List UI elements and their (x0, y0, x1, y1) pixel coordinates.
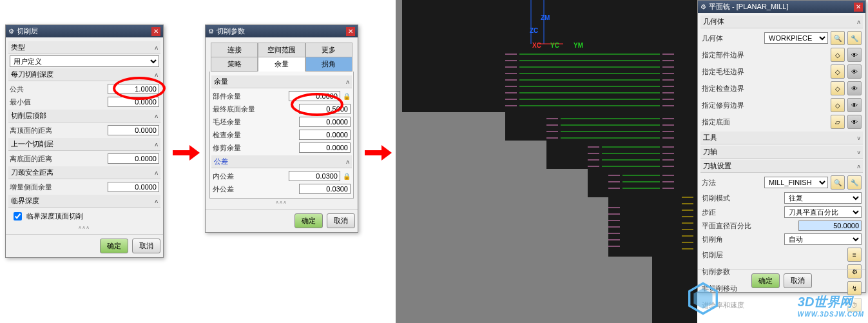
gear-icon: ⚙ (208, 28, 214, 35)
critical-label: 临界深度顶面切削 (26, 211, 83, 221)
part-label: 部件余量 (213, 92, 286, 101)
cancel-button[interactable]: 取消 (132, 239, 160, 253)
section-path[interactable]: 刀轨设置ᴧ (700, 160, 863, 173)
sidemargin-input[interactable] (108, 182, 159, 192)
title: 切削参数 (217, 26, 346, 36)
close-icon[interactable]: ✕ (151, 27, 160, 36)
botdist-label: 离底面的距离 (10, 154, 105, 164)
watermark-url: WWW.3DSJW.COM (798, 311, 864, 318)
show-icon[interactable]: 👁 (847, 48, 862, 62)
ok-button[interactable]: 确定 (294, 213, 323, 228)
tab-strategy[interactable]: 策略 (211, 57, 258, 72)
outtol-label: 外公差 (213, 184, 296, 194)
chevron-up-icon: ᴧ (155, 44, 158, 51)
collapse-icon[interactable]: ᴧᴧᴧ (10, 224, 159, 231)
chevron-up-icon: ᴧ (155, 113, 158, 119)
section-neck[interactable]: 刀颈安全距离ᴧ (8, 166, 160, 179)
arrow-2 (365, 145, 393, 161)
critical-checkbox[interactable] (14, 212, 22, 220)
tab-more[interactable]: 更多 (305, 43, 352, 57)
partb-label: 指定部件边界 (702, 50, 828, 60)
trimb-label: 指定修剪边界 (702, 101, 828, 110)
titlebar[interactable]: ⚙ 平面铣 - [PLANAR_MILL] ✕ (698, 1, 865, 13)
boundary-icon[interactable]: ◇ (831, 98, 845, 112)
chevron-up-icon: ᴧ (155, 72, 158, 78)
titlebar[interactable]: ⚙ 切削参数 ✕ (206, 25, 358, 37)
collapse-icon[interactable]: ᴧᴧᴧ (209, 199, 354, 206)
final-input[interactable] (299, 104, 351, 114)
min-input[interactable] (108, 97, 159, 107)
boundary-icon[interactable]: ◇ (831, 81, 845, 95)
tab-margin[interactable]: 余量 (258, 57, 305, 72)
title: 平面铣 - [PLANAR_MILL] (709, 2, 854, 12)
floor-label: 指定底面 (702, 117, 828, 127)
cut-levels-dialog: ⚙ 切削层 ✕ 类型ᴧ 用户定义 每刀切削深度ᴧ 公共 最小值 切削层顶部ᴧ 离… (5, 24, 164, 258)
trim-input[interactable] (299, 142, 351, 153)
tab-corner[interactable]: 拐角 (305, 57, 352, 72)
wrench-icon[interactable]: 🔧 (847, 175, 862, 190)
chevron-up-icon: ᴧ (857, 163, 860, 170)
layers-icon[interactable]: ≡ (847, 248, 862, 262)
section-type[interactable]: 类型ᴧ (8, 41, 160, 54)
axis-yc: YC (550, 42, 559, 49)
section-depth[interactable]: 每刀切削深度ᴧ (8, 68, 160, 81)
section-prev[interactable]: 上一个切削层ᴧ (8, 138, 160, 151)
blank-input[interactable] (299, 117, 351, 127)
cut-params-dialog: ⚙ 切削参数 ✕ 连接 空间范围 更多 策略 余量 拐角 余量ᴧ 部件余量🔒 最… (205, 24, 358, 233)
section-tool[interactable]: 工具v (700, 132, 863, 144)
cutmode-select[interactable]: 往复 (784, 192, 862, 204)
common-input[interactable] (108, 84, 159, 94)
view-icon[interactable]: 🔍 (831, 31, 845, 45)
svg-marker-80 (693, 288, 712, 308)
outtol-input[interactable] (299, 184, 351, 194)
wrench-icon[interactable]: 🔧 (847, 31, 862, 45)
section-top[interactable]: 切削层顶部ᴧ (8, 110, 160, 122)
planar-mill-dialog: ⚙ 平面铣 - [PLANAR_MILL] ✕ 几何体ᴧ 几何体WORKPIEC… (697, 0, 866, 293)
common-label: 公共 (10, 84, 105, 94)
viewport[interactable]: ZM ZC XC YC YM (396, 0, 697, 323)
cancel-button[interactable]: 取消 (784, 273, 812, 288)
part-input[interactable] (289, 91, 340, 101)
cutlayer-label: 切削层 (702, 250, 845, 260)
boundary-icon[interactable]: ◇ (831, 64, 845, 79)
step-select[interactable]: 刀具平直百分比 (784, 206, 862, 218)
tab-space[interactable]: 空间范围 (258, 43, 305, 57)
topdist-label: 离顶面的距离 (10, 126, 105, 135)
lock-icon[interactable]: 🔒 (343, 93, 351, 100)
intol-input[interactable] (289, 171, 340, 181)
section-critical[interactable]: 临界深度ᴧ (8, 195, 160, 208)
show-icon[interactable]: 👁 (847, 64, 862, 79)
ok-button[interactable]: 确定 (100, 239, 128, 253)
chevron-up-icon: ᴧ (155, 170, 158, 176)
boundary-icon[interactable]: ◇ (831, 48, 845, 62)
chevron-up-icon: ᴧ (346, 79, 349, 85)
method-select[interactable]: MILL_FINISH (764, 177, 828, 188)
chevron-up-icon: ᴧ (857, 19, 860, 25)
cutangle-label: 切削角 (702, 235, 782, 244)
section-tolerance[interactable]: 公差ᴧ (211, 155, 352, 168)
ok-button[interactable]: 确定 (751, 273, 780, 288)
show-icon[interactable]: 👁 (847, 98, 862, 112)
type-select[interactable]: 用户定义 (10, 55, 159, 67)
show-icon[interactable]: 👁 (847, 115, 862, 129)
geom-select[interactable]: WORKPIECE (764, 32, 828, 44)
tab-connect[interactable]: 连接 (211, 43, 258, 57)
titlebar[interactable]: ⚙ 切削层 ✕ (6, 25, 163, 37)
diam-label: 平面直径百分比 (702, 221, 796, 231)
section-geom[interactable]: 几何体ᴧ (700, 15, 863, 28)
gear-icon: ⚙ (700, 3, 706, 10)
cancel-button[interactable]: 取消 (327, 213, 355, 228)
lock-icon[interactable]: 🔒 (343, 173, 351, 180)
topdist-input[interactable] (108, 125, 159, 135)
show-icon[interactable]: 👁 (847, 81, 862, 95)
close-icon[interactable]: ✕ (346, 27, 355, 36)
view-icon[interactable]: 🔍 (831, 175, 845, 190)
plane-icon[interactable]: ▱ (831, 115, 845, 129)
section-margin[interactable]: 余量ᴧ (211, 75, 352, 88)
cutangle-select[interactable]: 自动 (784, 233, 862, 245)
section-axis[interactable]: 刀轴v (700, 146, 863, 159)
check-input[interactable] (299, 130, 351, 140)
close-icon[interactable]: ✕ (854, 3, 863, 12)
diam-input[interactable] (798, 220, 862, 231)
botdist-input[interactable] (108, 153, 159, 164)
